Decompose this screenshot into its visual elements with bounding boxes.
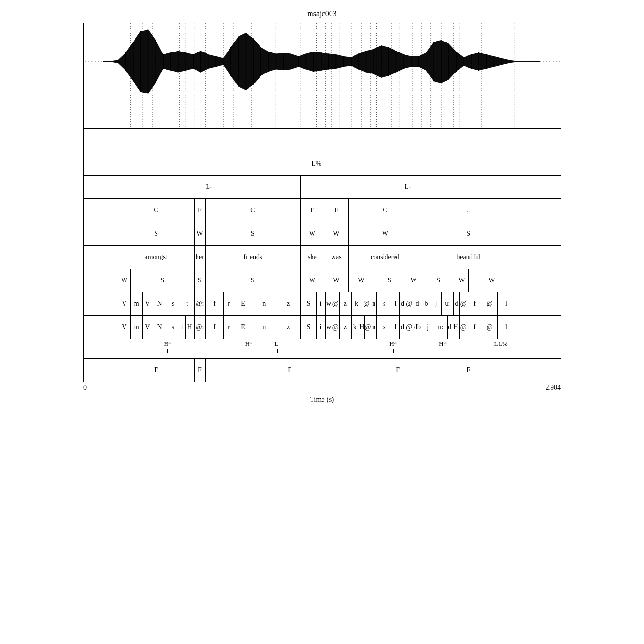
seg-phoneme2-7: @:: [194, 316, 206, 339]
seg-phoneme2-22: s: [376, 316, 392, 339]
seg-syllstress-7: S: [374, 269, 405, 292]
seg-phoneme2-33: @: [482, 316, 497, 339]
seg-CF-1: F: [194, 199, 206, 222]
seg-syllstress-10: W: [455, 269, 468, 292]
seg-phoneme1-32: l: [497, 292, 515, 315]
seg-phoneme1-5: t: [180, 292, 194, 315]
seg-syllstress-6: W: [348, 269, 374, 292]
seg-syllstress-3: S: [205, 269, 300, 292]
seg-phoneme1-20: s: [376, 292, 392, 315]
seg-foot-1: F: [194, 359, 206, 382]
seg-SW-2: S: [205, 222, 300, 245]
seg-CF-3: F: [300, 199, 324, 222]
point-tobi-1: H*: [244, 339, 254, 358]
seg-intermediate-1: L-: [300, 176, 515, 198]
seg-foot-3: F: [374, 359, 422, 382]
seg-word-0: amongst: [118, 246, 194, 269]
seg-phoneme1-26: j: [431, 292, 441, 315]
seg-foot-2: F: [205, 359, 374, 382]
seg-foot-4: F: [422, 359, 515, 382]
seg-phoneme1-11: z: [276, 292, 300, 315]
seg-phoneme2-13: S: [300, 316, 317, 339]
tier-phoneme2: VmVNstH@:frEnzSi:w@zkH@nsId@dbju:dH@f@l: [84, 316, 561, 339]
waveform-row: [84, 23, 561, 129]
seg-phoneme2-6: H: [185, 316, 194, 339]
seg-phoneme1-28: d: [453, 292, 459, 315]
seg-word-4: was: [324, 246, 348, 269]
seg-phoneme2-17: z: [339, 316, 351, 339]
seg-phoneme1-10: n: [252, 292, 276, 315]
tier-foot: FFFFF: [84, 359, 561, 382]
seg-phoneme1-15: @: [332, 292, 339, 315]
seg-phoneme1-14: w: [325, 292, 332, 315]
seg-phoneme2-12: z: [276, 316, 300, 339]
seg-SW-5: W: [348, 222, 422, 245]
tier-phoneme1: VmVNst@:frEnzSi:w@zk@nsId@dbju:d@f@l: [84, 292, 561, 316]
seg-phoneme1-31: @: [482, 292, 497, 315]
seg-CF-6: C: [422, 199, 515, 222]
tier-CF: CFCFFCC: [84, 199, 561, 222]
seg-intonational-0: L%: [118, 152, 515, 175]
seg-CF-4: F: [324, 199, 348, 222]
seg-phoneme2-15: w: [325, 316, 332, 339]
seg-phoneme2-11: n: [252, 316, 276, 339]
tier-word: amongstherfriendsshewasconsideredbeautif…: [84, 246, 561, 269]
seg-phoneme2-28: u:: [434, 316, 447, 339]
seg-phoneme2-9: r: [223, 316, 234, 339]
seg-foot-0: F: [118, 359, 194, 382]
seg-SW-1: W: [194, 222, 206, 245]
seg-phoneme1-30: f: [467, 292, 482, 315]
seg-word-2: friends: [205, 246, 300, 269]
point-tobi-4: H*: [438, 339, 447, 358]
tier-SW: SWSWWWS: [84, 222, 561, 246]
seg-phoneme1-8: r: [223, 292, 234, 315]
seg-intermediate-0: L-: [118, 176, 300, 198]
seg-phoneme1-27: u:: [441, 292, 453, 315]
seg-phoneme2-19: H: [359, 316, 365, 339]
seg-phoneme1-0: V: [118, 292, 131, 315]
seg-phoneme2-21: n: [371, 316, 377, 339]
seg-SW-3: W: [300, 222, 324, 245]
seg-phoneme1-25: b: [422, 292, 431, 315]
tier-intermediate: L-L-: [84, 176, 561, 199]
seg-phoneme1-19: n: [371, 292, 377, 315]
seg-phoneme2-31: @: [459, 316, 467, 339]
seg-phoneme1-4: s: [166, 292, 179, 315]
seg-phoneme1-12: S: [300, 292, 317, 315]
tier-intonational: L%: [84, 152, 561, 176]
x-axis: 0 2.904: [83, 384, 561, 392]
seg-word-3: she: [300, 246, 324, 269]
tier-syllstress: WSSSWWWSWSWW: [84, 269, 561, 292]
seg-phoneme2-4: s: [166, 316, 179, 339]
seg-syllstress-2: S: [194, 269, 206, 292]
seg-syllstress-8: W: [405, 269, 422, 292]
seg-CF-2: C: [205, 199, 300, 222]
seg-phoneme2-24: d: [399, 316, 405, 339]
x-max: 2.904: [546, 384, 561, 392]
seg-phoneme2-16: @: [332, 316, 339, 339]
seg-phoneme2-34: l: [497, 316, 515, 339]
seg-phoneme2-29: d: [447, 316, 452, 339]
seg-phoneme1-29: @: [459, 292, 467, 315]
seg-phoneme1-3: N: [153, 292, 166, 315]
seg-SW-6: S: [422, 222, 515, 245]
x-label: Time (s): [83, 395, 561, 404]
seg-phoneme1-23: @: [405, 292, 413, 315]
seg-phoneme2-25: @: [405, 316, 413, 339]
seg-phoneme1-7: f: [205, 292, 223, 315]
seg-phoneme2-0: V: [118, 316, 131, 339]
x-min: 0: [83, 384, 87, 392]
point-tobi-2: L-: [272, 339, 282, 358]
seg-phoneme2-1: m: [130, 316, 142, 339]
chart-title: msajc003: [83, 10, 561, 18]
seg-phoneme2-27: j: [422, 316, 434, 339]
seg-phoneme2-20: @: [364, 316, 371, 339]
seg-CF-0: C: [118, 199, 194, 222]
seg-phoneme2-18: k: [351, 316, 359, 339]
seg-phoneme1-2: V: [142, 292, 153, 315]
seg-phoneme1-24: d: [413, 292, 422, 315]
seg-phoneme1-16: z: [339, 292, 351, 315]
seg-phoneme1-22: d: [399, 292, 405, 315]
seg-phoneme2-8: f: [205, 316, 223, 339]
seg-phoneme2-23: I: [392, 316, 399, 339]
